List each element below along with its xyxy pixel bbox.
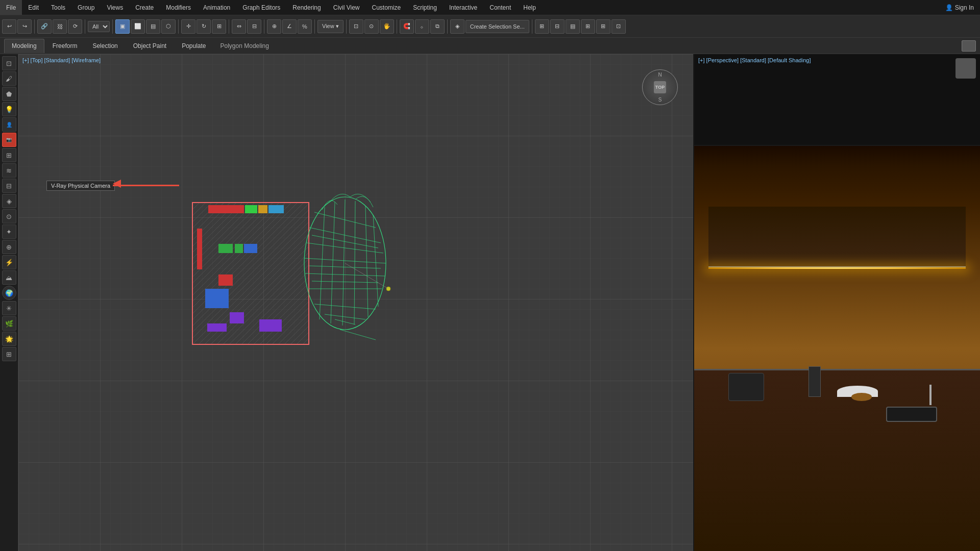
pan-button[interactable]: 🖐 [380,19,394,34]
select-paint-button[interactable]: ⬡ [161,19,176,34]
tab-populate[interactable]: Populate [175,39,213,53]
sidebar-space-warps[interactable]: ≋ [2,163,16,178]
menu-interactive[interactable]: Interactive [443,0,483,15]
svg-line-22 [309,266,381,268]
redo-button[interactable]: ↪ [17,19,32,34]
tab-object-paint[interactable]: Object Paint [126,39,174,53]
move-button[interactable]: ✛ [181,19,195,34]
viewport-left[interactable]: [+] [Top] [Standard] [Wireframe] N TOP S… [18,54,694,551]
toolbar-sep-5 [229,19,229,34]
layer-button[interactable]: ▤ [566,19,580,34]
menu-views[interactable]: Views [101,0,129,15]
sidebar-foliage[interactable]: 🌿 [2,316,16,331]
sign-in-button[interactable]: 👤 Sign In [939,4,980,11]
nav-center: TOP [654,81,666,93]
create-selection-button[interactable]: Create Selection Se... [465,20,529,33]
cabinet-top [708,207,966,267]
sidebar-particles[interactable]: ✦ [2,224,16,239]
sidebar-terrain[interactable]: ⛰ [2,270,16,285]
undo-button[interactable]: ↩ [2,19,16,34]
tab-freeform[interactable]: Freeform [45,39,85,53]
extra1[interactable]: ⊡ [611,19,626,34]
toolbar-sep-7 [314,19,315,34]
menu-tools[interactable]: Tools [45,0,71,15]
sidebar-camera-active[interactable]: 📷 [2,133,16,147]
magnet-button[interactable]: 🧲 [400,19,414,34]
link-button[interactable]: 🔗 [37,19,52,34]
filter-select[interactable]: All [88,21,110,32]
menu-group[interactable]: Group [71,0,101,15]
svg-line-19 [365,206,368,317]
viewport-right: [+] [Perspective] [Standard] [Default Sh… [694,54,980,551]
sidebar-grass[interactable]: ⚡ [2,255,16,269]
menu-modifiers[interactable]: Modifiers [160,0,197,15]
menu-scripting[interactable]: Scripting [407,0,443,15]
tab-modeling[interactable]: Modeling [4,39,44,53]
mirror-view-button[interactable]: ⊟ [550,19,565,34]
svg-line-18 [354,201,355,324]
menu-graph-editors[interactable]: Graph Editors [236,0,286,15]
scene-explorer[interactable]: ⊞ [581,19,595,34]
sidebar-shapes[interactable]: ⬟ [2,87,16,101]
menu-help[interactable]: Help [517,0,542,15]
obj-red-1 [208,205,244,213]
viewport-right-bottom[interactable] [694,146,980,551]
camera-arrow-head [113,180,121,188]
percent-snap[interactable]: % [298,19,312,34]
array-button[interactable]: ⊟ [247,19,261,34]
angle-snap[interactable]: ∠ [282,19,297,34]
viewport-right-top[interactable]: [+] [Perspective] [Standard] [Default Sh… [694,54,980,146]
sidebar-bottom[interactable]: ⊞ [2,347,16,361]
tab-selection[interactable]: Selection [85,39,125,53]
render-setup[interactable]: ◈ [450,19,464,34]
secondary-toolbar: Modeling Freeform Selection Object Paint… [0,38,980,54]
orbit-button[interactable]: ⊙ [364,19,379,34]
bind-button[interactable]: ⟳ [68,19,82,34]
sidebar-systems[interactable]: ⊟ [2,179,16,193]
obj-red-bar [197,229,202,269]
sidebar-scatter[interactable]: ✳ [2,301,16,315]
sidebar-paint[interactable]: 🖌 [2,71,16,86]
extra-tool[interactable]: ⧉ [430,19,445,34]
sidebar-globe[interactable]: 🌍 [2,286,16,300]
sidebar-compound[interactable]: ⊙ [2,209,16,223]
sidebar-forces[interactable]: ⊕ [2,240,16,254]
unlink-button[interactable]: ⛓ [53,19,67,34]
nav-gizmo[interactable]: N TOP S [642,69,678,105]
select-object-button[interactable]: ▣ [115,19,130,34]
view-select[interactable]: View ▾ [317,20,344,33]
menu-customize[interactable]: Customize [366,0,407,15]
sidebar-select[interactable]: ⊡ [2,56,16,70]
menu-create[interactable]: Create [129,0,160,15]
sidebar-camera[interactable]: 👤 [2,117,16,132]
svg-line-20 [373,215,378,307]
menu-file[interactable]: File [0,0,22,15]
main-area: ⊡ 🖌 ⬟ 💡 👤 📷 ⊞ ≋ ⊟ ◈ ⊙ ✦ ⊕ ⚡ ⛰ 🌍 ✳ 🌿 🌟 ⊞ [0,54,980,551]
svg-line-21 [312,235,378,248]
scale-button[interactable]: ⊞ [212,19,226,34]
rotate-button[interactable]: ↻ [197,19,211,34]
sidebar-light[interactable]: 💡 [2,102,16,116]
snap-toggle[interactable]: ⊕ [267,19,281,34]
menu-content[interactable]: Content [483,0,517,15]
isolate-button[interactable]: ⊡ [349,19,363,34]
svg-line-9 [304,258,386,263]
pick-material[interactable]: ⬦ [415,19,429,34]
menu-rendering[interactable]: Rendering [286,0,327,15]
sidebar-geo[interactable]: ◈ [2,194,16,208]
select-lasso-button[interactable]: ▤ [146,19,160,34]
menu-animation[interactable]: Animation [197,0,236,15]
sidebar-vfx[interactable]: 🌟 [2,332,16,346]
sidebar-helpers[interactable]: ⊞ [2,148,16,162]
svg-line-23 [312,281,378,283]
monitor-icon[interactable] [962,40,976,52]
menu-edit[interactable]: Edit [22,0,45,15]
menu-civil-view[interactable]: Civil View [327,0,366,15]
toolbar-sep-3 [112,19,113,34]
grid-toggle[interactable]: ⊞ [596,19,610,34]
align-button[interactable]: ⊞ [535,19,549,34]
toolbar-sep-8 [346,19,347,34]
select-region-button[interactable]: ⬜ [131,19,145,34]
mirror-button[interactable]: ⇔ [232,19,246,34]
obj-green-2 [218,244,233,253]
